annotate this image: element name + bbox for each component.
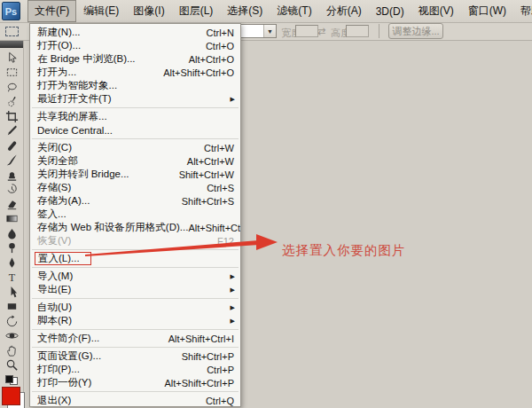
gradient-tool[interactable]	[0, 212, 23, 227]
menu-item-label: 存储为(A)...	[37, 194, 90, 208]
menu-item[interactable]: 导入(M)▶	[30, 270, 240, 283]
menu-item[interactable]: 关闭全部Alt+Ctrl+W	[30, 154, 240, 168]
3d-orbit-tool-icon	[5, 329, 19, 342]
quick-selection-tool-icon	[5, 95, 19, 108]
type-tool[interactable]: T	[0, 271, 23, 286]
menu-item[interactable]: 脚本(R)▶	[30, 314, 240, 327]
pen-tool[interactable]	[0, 255, 23, 271]
menu-item[interactable]: 存储(S)Ctrl+S	[30, 181, 240, 194]
default-colors-icon[interactable]	[5, 375, 18, 385]
brush-tool[interactable]	[0, 153, 23, 169]
menubar-item-3d[interactable]: 3D(D)	[369, 2, 411, 21]
menu-separator	[32, 138, 239, 139]
pen-tool-icon	[5, 256, 19, 270]
menu-item-label: 打开(O)...	[37, 39, 81, 52]
menu-item-label: 共享我的屏幕...	[37, 110, 107, 123]
menu-item-label-highlighted: 置入(L)...	[35, 252, 91, 265]
menu-item[interactable]: 页面设置(G)...Shift+Ctrl+P	[30, 349, 240, 363]
menu-item[interactable]: 文件简介(F)...Alt+Shift+Ctrl+I	[30, 332, 240, 345]
refine-edge-button[interactable]: 调整边缘...	[388, 23, 443, 39]
eraser-tool-icon	[5, 198, 19, 211]
menu-item-label: 页面设置(G)...	[37, 349, 101, 363]
photoshop-window: Ps 文件(F)编辑(E)图像(I)图层(L)选择(S)滤镜(T)分析(A)3D…	[0, 0, 532, 408]
menubar-item-window[interactable]: 窗口(W)	[461, 0, 513, 22]
menu-separator	[32, 391, 239, 392]
menu-item[interactable]: 关闭(C)Ctrl+W	[30, 141, 240, 154]
menu-item[interactable]: 打开为智能对象...	[30, 79, 240, 92]
menu-item-label: 新建(N)...	[37, 26, 81, 39]
menu-item-shortcut: Alt+Ctrl+O	[189, 54, 234, 65]
menu-item[interactable]: 在 Bridge 中浏览(B)...Alt+Ctrl+O	[30, 52, 240, 66]
menu-item[interactable]: Device Central...	[30, 123, 240, 137]
tool-palette-header[interactable]	[0, 41, 23, 48]
swap-dimensions-icon[interactable]: ⇄	[317, 26, 325, 37]
menu-item-label: 导入(M)	[37, 270, 73, 283]
history-brush-tool[interactable]	[0, 183, 23, 198]
menu-item-label: 退出(X)	[37, 394, 71, 407]
tool-preset-picker[interactable]	[4, 25, 20, 37]
menu-separator	[32, 347, 239, 348]
menu-item[interactable]: 签入...	[30, 208, 240, 221]
rectangular-marquee-tool[interactable]	[0, 66, 23, 81]
menu-item[interactable]: 打开为...Alt+Shift+Ctrl+O	[30, 66, 240, 79]
menu-item-label: Device Central...	[37, 125, 113, 136]
menu-item-shortcut: Ctrl+S	[207, 183, 234, 193]
menubar-item-file[interactable]: 文件(F)	[27, 0, 76, 22]
menu-item[interactable]: 关闭并转到 Bridge...Shift+Ctrl+W	[30, 168, 240, 181]
3d-rotate-tool[interactable]	[0, 314, 23, 329]
menu-item-label: 打印(P)...	[37, 363, 80, 376]
menubar-item-view[interactable]: 视图(V)	[411, 0, 461, 22]
photoshop-logo: Ps	[2, 2, 20, 20]
tool-palette: T	[0, 41, 24, 408]
menu-bar: Ps 文件(F)编辑(E)图像(I)图层(L)选择(S)滤镜(T)分析(A)3D…	[0, 0, 532, 23]
foreground-color-swatch[interactable]	[2, 387, 20, 405]
menu-item[interactable]: 退出(X)Ctrl+Q	[30, 394, 240, 407]
file-menu: 新建(N)...Ctrl+N打开(O)...Ctrl+O在 Bridge 中浏览…	[29, 23, 241, 407]
menubar-item-filter[interactable]: 滤镜(T)	[270, 0, 318, 22]
menu-item-shortcut: Shift+Ctrl+S	[182, 196, 234, 207]
menu-item[interactable]: 存储为(A)...Shift+Ctrl+S	[30, 194, 240, 208]
options-separator	[379, 24, 379, 38]
rectangle-tool[interactable]	[0, 300, 23, 315]
quick-selection-tool[interactable]	[0, 95, 23, 110]
menu-item-shortcut: Alt+Shift+Ctrl+I	[168, 333, 234, 344]
menubar-item-help[interactable]: 帮助(H)	[513, 0, 532, 22]
menu-item[interactable]: 打印一份(Y)Alt+Shift+Ctrl+P	[30, 376, 240, 389]
menubar-item-analysis[interactable]: 分析(A)	[319, 0, 369, 22]
menubar-item-edit[interactable]: 编辑(E)	[76, 0, 126, 22]
dodge-tool[interactable]	[0, 241, 23, 256]
height-input[interactable]	[346, 25, 369, 37]
path-selection-tool[interactable]	[0, 285, 23, 300]
blur-tool[interactable]	[0, 226, 23, 241]
annotation-text: 选择置入你要的图片	[282, 242, 406, 259]
menubar-item-image[interactable]: 图像(I)	[126, 0, 171, 22]
blur-tool-icon	[5, 227, 19, 240]
menu-item[interactable]: 导出(E)▶	[30, 283, 240, 296]
crop-tool-icon	[5, 110, 19, 123]
spot-healing-brush-tool[interactable]	[0, 138, 23, 153]
clone-stamp-tool[interactable]	[0, 168, 23, 183]
menu-item[interactable]: 最近打开文件(T)▶	[30, 92, 240, 106]
zoom-tool[interactable]	[0, 358, 23, 373]
menu-item[interactable]: 打印(P)...Ctrl+P	[30, 363, 240, 376]
spot-healing-brush-tool-icon	[5, 139, 19, 153]
move-tool[interactable]	[0, 51, 23, 66]
menubar-item-select[interactable]: 选择(S)	[220, 0, 270, 22]
dodge-tool-icon	[5, 241, 19, 255]
menu-item-shortcut: Ctrl+N	[207, 27, 234, 38]
crop-tool[interactable]	[0, 109, 23, 124]
eyedropper-tool[interactable]	[0, 124, 23, 139]
eraser-tool[interactable]	[0, 197, 23, 212]
menubar-item-layer[interactable]: 图层(L)	[172, 0, 221, 22]
menu-item[interactable]: 共享我的屏幕...	[30, 110, 240, 123]
menu-item[interactable]: 打开(O)...Ctrl+O	[30, 39, 240, 52]
width-input[interactable]	[295, 25, 318, 37]
menu-item[interactable]: 置入(L)...	[30, 252, 240, 265]
hand-tool[interactable]	[0, 343, 23, 358]
menu-item-shortcut: Shift+Ctrl+P	[182, 351, 234, 362]
menu-item[interactable]: 自动(U)▶	[30, 301, 240, 314]
menu-item[interactable]: 存储为 Web 和设备所用格式(D)...Alt+Shift+Ctrl+S	[30, 221, 240, 234]
3d-orbit-tool[interactable]	[0, 329, 23, 344]
lasso-tool[interactable]	[0, 80, 23, 95]
menu-item[interactable]: 新建(N)...Ctrl+N	[30, 26, 240, 39]
